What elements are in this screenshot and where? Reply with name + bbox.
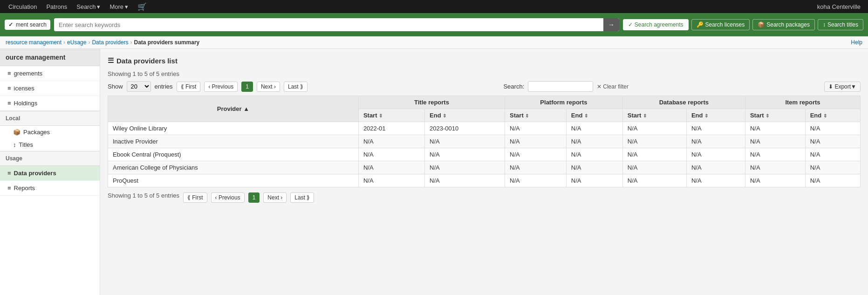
- top-nav-left: Circulation Patrons Search ▾ More ▾ 🛒: [4, 0, 151, 13]
- showing-info-bottom: Showing 1 to 5 of 5 entries: [108, 192, 179, 199]
- reports-icon: ≡: [7, 185, 11, 192]
- sort-title-start-icon: ⇕: [379, 113, 383, 118]
- col-group-platform-reports: Platform reports: [505, 96, 623, 109]
- table-row: Ebook Central (Proquest)N/AN/AN/AN/AN/AN…: [108, 148, 861, 161]
- col-header-database-end[interactable]: End ⇕: [686, 109, 745, 122]
- search-go-icon: →: [608, 21, 615, 28]
- sidebar-item-packages[interactable]: 📦 Packages: [0, 126, 100, 138]
- next-page-button[interactable]: Next ›: [257, 82, 280, 92]
- page-title: ☰ Data providers list: [108, 56, 861, 65]
- nav-cart[interactable]: 🛒: [133, 0, 151, 13]
- page-layout: ource management ≡ greements ≡ icenses ≡…: [0, 49, 868, 295]
- breadcrumb-resource-management[interactable]: resource management: [6, 39, 62, 46]
- sidebar-item-licenses[interactable]: ≡ icenses: [0, 81, 100, 96]
- sidebar-item-agreements[interactable]: ≡ greements: [0, 66, 100, 81]
- nav-patrons[interactable]: Patrons: [41, 0, 72, 13]
- last-page-button-bottom[interactable]: Last ⟫: [290, 192, 314, 203]
- prev-page-button-bottom[interactable]: ‹ Previous: [211, 192, 245, 203]
- sidebar-item-reports[interactable]: ≡ Reports: [0, 181, 100, 196]
- sidebar-local-header: Local: [0, 111, 100, 126]
- data-table: Provider ▲ Title reports Platform report…: [108, 96, 861, 187]
- search-input-wrap: →: [54, 18, 619, 31]
- filter-search-label: Search:: [503, 83, 524, 90]
- sort-platform-start-icon: ⇕: [525, 113, 529, 118]
- table-row: ProQuestN/AN/AN/AN/AN/AN/AN/AN/A: [108, 174, 861, 187]
- search-packages-button[interactable]: 📦 Search packages: [752, 19, 815, 30]
- breadcrumb: resource management › eUsage › Data prov…: [0, 36, 868, 49]
- cart-icon: 🛒: [137, 2, 147, 11]
- table-controls-bottom: Showing 1 to 5 of 5 entries ⟪ First ‹ Pr…: [108, 192, 861, 203]
- sidebar-section-main: ≡ greements ≡ icenses ≡ Holdings: [0, 66, 100, 111]
- search-licenses-button[interactable]: 🔑 Search licenses: [691, 19, 750, 30]
- search-go-button[interactable]: →: [603, 18, 619, 31]
- packages-icon: 📦: [13, 129, 21, 136]
- sidebar-item-titles[interactable]: ↕ Titles: [0, 138, 100, 151]
- breadcrumb-eusage[interactable]: eUsage: [67, 39, 86, 46]
- current-page: 1: [241, 82, 253, 92]
- col-header-title-end[interactable]: End ⇕: [425, 109, 505, 122]
- col-header-item-end[interactable]: End ⇕: [805, 109, 860, 122]
- col-header-provider[interactable]: Provider ▲: [108, 96, 359, 122]
- table-controls-top: Show 10 20 50 100 entries ⟪ First ‹ Prev…: [108, 81, 861, 92]
- search-context-label: ment search: [16, 21, 47, 28]
- breadcrumb-data-providers[interactable]: Data providers: [92, 39, 128, 46]
- top-navbar: Circulation Patrons Search ▾ More ▾ 🛒 ko…: [0, 0, 868, 13]
- sidebar: ource management ≡ greements ≡ icenses ≡…: [0, 49, 100, 295]
- col-header-title-start[interactable]: Start ⇕: [358, 109, 424, 122]
- first-page-button[interactable]: ⟪ First: [177, 82, 201, 92]
- nav-more[interactable]: More ▾: [105, 0, 133, 13]
- prev-page-button[interactable]: ‹ Previous: [204, 82, 238, 92]
- col-header-item-start[interactable]: Start ⇕: [745, 109, 805, 122]
- main-content: ☰ Data providers list Showing 1 to 5 of …: [100, 49, 868, 295]
- search-context: ✓ ment search: [5, 20, 50, 30]
- first-page-button-bottom[interactable]: ⟪ First: [183, 192, 207, 203]
- sidebar-item-data-providers[interactable]: ≡ Data providers: [0, 166, 100, 181]
- search-agreements-button[interactable]: ✓ Search agreements: [623, 19, 689, 30]
- sort-provider-icon: ▲: [243, 105, 249, 112]
- sidebar-section-local: 📦 Packages ↕ Titles: [0, 126, 100, 151]
- col-group-item-reports: Item reports: [745, 96, 860, 109]
- search-titles-button[interactable]: ↕ Search titles: [818, 19, 863, 30]
- sort-item-end-icon: ⇕: [823, 113, 827, 118]
- col-group-database-reports: Database reports: [622, 96, 745, 109]
- show-label: Show: [108, 83, 123, 90]
- export-button[interactable]: ⬇ Export▼: [824, 82, 861, 92]
- search-bar: ✓ ment search → ✓ Search agreements 🔑 Se…: [0, 13, 868, 36]
- agreements-icon: ≡: [7, 70, 11, 77]
- data-providers-icon: ≡: [7, 170, 11, 177]
- nav-search[interactable]: Search ▾: [72, 0, 105, 13]
- col-group-title-reports: Title reports: [358, 96, 505, 109]
- sort-title-end-icon: ⇕: [443, 113, 446, 118]
- user-info: koha Centerville: [817, 3, 864, 10]
- last-page-button[interactable]: Last ⟫: [284, 82, 308, 92]
- help-link[interactable]: Help: [851, 39, 862, 46]
- show-select[interactable]: 10 20 50 100: [127, 81, 151, 92]
- current-page-bottom: 1: [248, 192, 260, 203]
- clear-filter-button[interactable]: ✕ Clear filter: [597, 83, 629, 90]
- titles-icon: ↕: [13, 141, 16, 148]
- sidebar-item-holdings[interactable]: ≡ Holdings: [0, 96, 100, 111]
- search-agreements-icon: ✓: [628, 21, 633, 28]
- col-header-platform-start[interactable]: Start ⇕: [505, 109, 567, 122]
- table-row: Inactive ProviderN/AN/AN/AN/AN/AN/AN/AN/…: [108, 135, 861, 148]
- nav-circulation[interactable]: Circulation: [4, 0, 41, 13]
- table-row: Wiley Online Library2022-012023-0010N/AN…: [108, 122, 861, 135]
- breadcrumb-current: Data providers summary: [134, 39, 200, 46]
- sidebar-title: ource management: [0, 49, 100, 66]
- showing-info-top: Showing 1 to 5 of 5 entries: [108, 70, 861, 77]
- table-body: Wiley Online Library2022-012023-0010N/AN…: [108, 122, 861, 187]
- col-header-platform-end[interactable]: End ⇕: [566, 109, 622, 122]
- search-licenses-icon: 🔑: [697, 21, 704, 28]
- filter-search-input[interactable]: [528, 81, 593, 92]
- col-header-database-start[interactable]: Start ⇕: [622, 109, 686, 122]
- search-dropdown-icon: ▾: [97, 3, 100, 10]
- search-titles-icon: ↕: [823, 21, 826, 28]
- sort-platform-end-icon: ⇕: [584, 113, 588, 118]
- list-icon: ☰: [108, 56, 114, 65]
- sort-database-start-icon: ⇕: [643, 113, 647, 118]
- next-page-button-bottom[interactable]: Next ›: [263, 192, 287, 203]
- more-dropdown-icon: ▾: [125, 3, 128, 10]
- search-input[interactable]: [54, 19, 603, 31]
- breadcrumb-sep-1: ›: [63, 39, 65, 46]
- entries-label: entries: [155, 83, 173, 90]
